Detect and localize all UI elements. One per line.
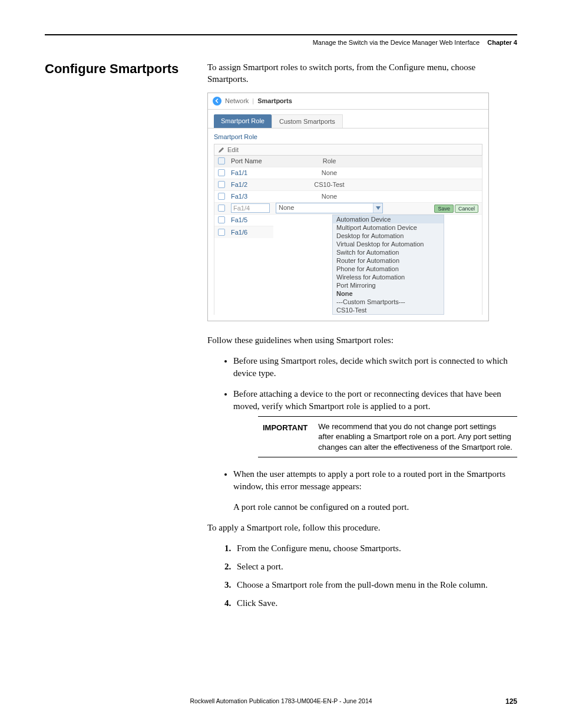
- panel-title: Smartport Role: [214, 133, 482, 140]
- step-item: Choose a Smartport role from the pull-do…: [233, 579, 517, 591]
- list-item: Before using Smartport roles, decide whi…: [233, 355, 517, 380]
- running-header: Manage the Switch via the Device Manager…: [45, 39, 517, 46]
- smartports-screenshot: Network | Smartports Smartport Role Cust…: [207, 93, 489, 321]
- role-dropdown-list[interactable]: Automation Device Multiport Automation D…: [332, 215, 444, 315]
- smartport-panel: Smartport Role Edit Port Name Role: [208, 128, 488, 321]
- port-name: Fa1/6: [229, 229, 273, 236]
- role-selected: None: [276, 203, 373, 213]
- header-rule: [45, 34, 517, 35]
- back-icon[interactable]: [213, 97, 222, 106]
- dropdown-option[interactable]: Switch for Automation: [333, 248, 444, 256]
- col-portname: Port Name: [229, 157, 273, 164]
- important-label: IMPORTANT: [263, 421, 308, 453]
- dropdown-option[interactable]: Phone for Automation: [333, 265, 444, 273]
- chevron-down-icon[interactable]: [373, 203, 382, 213]
- port-role: None: [273, 193, 385, 200]
- table-row-editing[interactable]: None SaveCancel: [214, 203, 482, 215]
- port-role: None: [273, 169, 385, 176]
- dropdown-option[interactable]: CS10-Test: [333, 306, 444, 314]
- port-grid: Port Name Role Fa1/1 None Fa1/2 CS10-Tes…: [214, 156, 482, 315]
- dropdown-option[interactable]: Wireless for Automation: [333, 273, 444, 281]
- step-item: Click Save.: [233, 597, 517, 610]
- dropdown-option[interactable]: Virtual Desktop for Automation: [333, 240, 444, 248]
- list-item-text: When the user attempts to apply a port r…: [233, 469, 505, 491]
- pencil-icon: [218, 146, 225, 153]
- tab-custom-smartports[interactable]: Custom Smartports: [272, 114, 343, 128]
- dropdown-option[interactable]: Automation Device: [333, 215, 444, 223]
- role-dropdown[interactable]: None: [276, 203, 383, 213]
- port-role: CS10-Test: [273, 181, 385, 188]
- edit-label: Edit: [227, 146, 239, 153]
- list-item: Before attaching a device to the port or…: [233, 388, 517, 458]
- step-item: Select a port.: [233, 561, 517, 573]
- row-checkbox[interactable]: [218, 181, 225, 188]
- crumb-sep: |: [252, 97, 254, 104]
- breadcrumb: Network | Smartports: [208, 93, 488, 110]
- portname-input[interactable]: [231, 203, 270, 213]
- running-title: Manage the Switch via the Device Manager…: [313, 39, 480, 46]
- table-row[interactable]: Fa1/6: [214, 226, 273, 238]
- edit-toolbar[interactable]: Edit: [214, 144, 482, 156]
- important-callout: IMPORTANT We recommend that you do not c…: [258, 416, 517, 458]
- table-row[interactable]: Fa1/5: [214, 215, 273, 226]
- port-name: Fa1/2: [229, 181, 273, 188]
- list-item-text: Before attaching a device to the port or…: [233, 389, 501, 411]
- guideline-list: Before using Smartport roles, decide whi…: [207, 355, 517, 514]
- dropdown-option[interactable]: Port Mirroring: [333, 281, 444, 289]
- row-checkbox[interactable]: [218, 193, 225, 200]
- dropdown-option[interactable]: Router for Automation: [333, 256, 444, 265]
- step-item: From the Configure menu, choose Smartpor…: [233, 542, 517, 555]
- error-message-text: A port role cannot be configured on a ro…: [233, 501, 517, 513]
- row-checkbox[interactable]: [218, 216, 225, 223]
- tab-smartport-role[interactable]: Smartport Role: [214, 114, 272, 128]
- port-name: Fa1/1: [229, 169, 273, 176]
- chapter-label: Chapter 4: [487, 39, 517, 46]
- dropdown-option[interactable]: None: [333, 289, 444, 298]
- cancel-button[interactable]: Cancel: [455, 205, 478, 213]
- col-role: Role: [273, 157, 385, 164]
- select-all-checkbox[interactable]: [218, 157, 225, 164]
- table-row[interactable]: Fa1/2 CS10-Test: [214, 179, 482, 191]
- dropdown-option[interactable]: Desktop for Automation: [333, 232, 444, 240]
- dropdown-option[interactable]: Multiport Automation Device: [333, 223, 444, 232]
- row-checkbox[interactable]: [218, 205, 225, 212]
- row-checkbox[interactable]: [218, 229, 225, 236]
- grid-header: Port Name Role: [214, 156, 482, 167]
- apply-intro: To apply a Smartport role, follow this p…: [207, 522, 517, 534]
- row-checkbox[interactable]: [218, 169, 225, 176]
- guidelines-intro: Follow these guidelines when using Smart…: [207, 334, 517, 347]
- port-name: Fa1/3: [229, 193, 273, 200]
- list-item: When the user attempts to apply a port r…: [233, 468, 517, 513]
- table-row[interactable]: Fa1/1 None: [214, 167, 482, 179]
- intro-paragraph: To assign Smartport roles to switch port…: [207, 61, 517, 85]
- important-text: We recommend that you do not change port…: [318, 421, 513, 453]
- dropdown-option[interactable]: ---Custom Smartports---: [333, 298, 444, 306]
- crumb-smartports: Smartports: [257, 97, 292, 104]
- section-title: Configure Smartports: [45, 61, 192, 77]
- page-footer: Rockwell Automation Publication 1783-UM0…: [45, 697, 517, 706]
- save-button[interactable]: Save: [434, 205, 454, 213]
- crumb-network[interactable]: Network: [225, 97, 249, 104]
- procedure-steps: From the Configure menu, choose Smartpor…: [207, 542, 517, 610]
- port-name: Fa1/5: [229, 216, 273, 223]
- footer-publication: Rockwell Automation Publication 1783-UM0…: [45, 697, 517, 704]
- table-row[interactable]: Fa1/3 None: [214, 191, 482, 203]
- tab-bar: Smartport Role Custom Smartports: [208, 110, 488, 128]
